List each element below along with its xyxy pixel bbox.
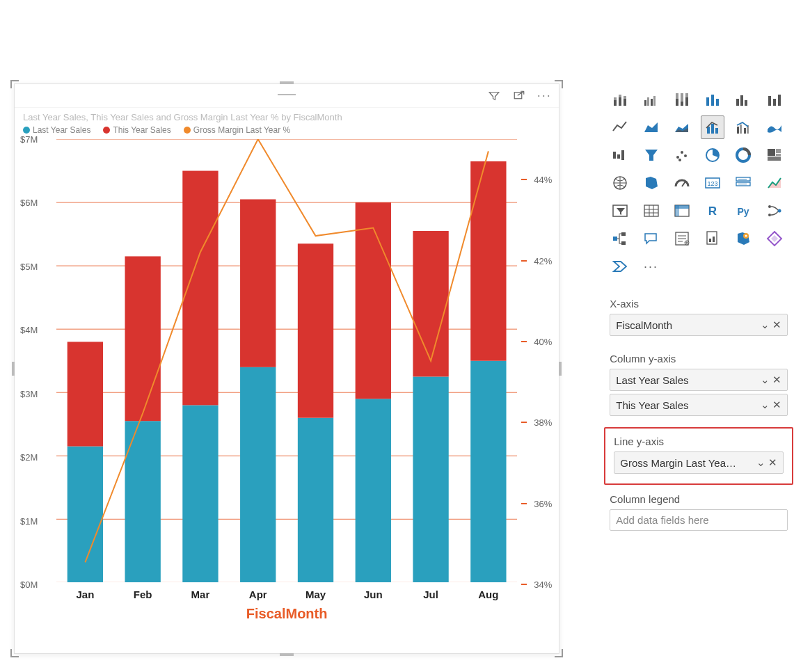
svg-rect-104	[713, 237, 715, 242]
pie-chart-icon[interactable]	[701, 143, 724, 167]
clustered-bar-chart-icon[interactable]	[640, 88, 663, 111]
svg-rect-24	[470, 161, 506, 361]
ribbon-chart-icon[interactable]	[763, 115, 786, 139]
resize-handle-left[interactable]	[12, 362, 15, 376]
filled-map-icon[interactable]	[640, 171, 663, 195]
x-axis-field[interactable]: FiscalMonth ⌄✕	[610, 314, 788, 336]
chevron-down-icon[interactable]: ⌄	[761, 319, 770, 331]
resize-handle-bottom[interactable]	[280, 653, 294, 656]
svg-rect-21	[413, 376, 448, 582]
svg-rect-58	[617, 154, 620, 159]
ellipsis[interactable]: ···	[640, 255, 663, 278]
y2-axis-tick: 44%	[534, 175, 552, 185]
svg-point-63	[678, 159, 681, 161]
svg-rect-13	[182, 405, 218, 582]
x-axis-category: May	[287, 589, 344, 600]
svg-rect-47	[768, 96, 771, 106]
svg-rect-92	[613, 237, 617, 241]
svg-rect-69	[768, 157, 781, 161]
legend-item-this-year[interactable]: This Year Sales	[103, 125, 170, 135]
arcgis-map-icon[interactable]	[731, 227, 755, 250]
column-chart-4-icon[interactable]	[763, 88, 786, 111]
line-chart-icon[interactable]	[608, 115, 632, 139]
qa-visual-icon[interactable]	[640, 227, 663, 250]
drag-grip-icon[interactable]	[278, 94, 296, 95]
100-stacked-bar-icon[interactable]	[670, 88, 694, 111]
x-axis-category: Feb	[114, 589, 172, 600]
column-legend-label: Column legend	[610, 493, 788, 505]
power-automate-icon[interactable]	[608, 255, 632, 278]
matrix-icon[interactable]	[670, 199, 694, 223]
remove-field-icon[interactable]: ✕	[772, 399, 781, 411]
r-visual-icon[interactable]: R	[701, 199, 724, 223]
column-chart-3-icon[interactable]	[731, 88, 755, 111]
power-apps-icon[interactable]	[763, 227, 786, 250]
svg-rect-16	[240, 199, 276, 367]
svg-rect-29	[624, 99, 626, 106]
key-influencers-icon[interactable]	[763, 199, 786, 223]
resize-handle-bl[interactable]	[10, 649, 19, 657]
stacked-area-chart-icon[interactable]	[670, 115, 694, 139]
scatter-chart-icon[interactable]	[670, 143, 694, 167]
decomposition-tree-icon[interactable]	[608, 227, 632, 250]
svg-rect-93	[621, 232, 626, 236]
chevron-down-icon[interactable]: ⌄	[761, 399, 770, 411]
column-y-field-1[interactable]: Last Year Sales ⌄✕	[610, 369, 788, 391]
card-icon[interactable]: 123	[701, 171, 724, 195]
svg-rect-52	[715, 128, 718, 134]
paginated-report-icon[interactable]	[701, 227, 724, 250]
table-icon[interactable]	[640, 199, 663, 223]
kpi-icon[interactable]	[763, 171, 786, 195]
chevron-down-icon[interactable]: ⌄	[761, 374, 770, 386]
line-stacked-column-icon[interactable]	[701, 115, 724, 139]
x-axis-category: Jan	[56, 589, 114, 600]
donut-chart-icon[interactable]	[731, 143, 755, 167]
plot-area[interactable]: $0M$1M$2M$3M$4M$5M$6M$7M 34%36%38%40%42%…	[56, 139, 517, 584]
svg-rect-43	[716, 99, 719, 106]
svg-rect-17	[298, 418, 333, 583]
python-visual-icon[interactable]: Py	[731, 199, 755, 223]
line-clustered-column-icon[interactable]	[731, 115, 755, 139]
slicer-icon[interactable]	[608, 199, 632, 223]
column-legend-field-empty[interactable]: Add data fields here	[610, 509, 788, 531]
treemap-icon[interactable]	[763, 143, 786, 167]
stacked-bar-chart-icon[interactable]	[608, 88, 632, 111]
focus-mode-icon[interactable]	[513, 90, 525, 102]
svg-rect-22	[413, 231, 448, 376]
chevron-down-icon[interactable]: ⌄	[756, 456, 765, 469]
more-options-icon[interactable]: ···	[538, 90, 550, 102]
line-y-field[interactable]: Gross Margin Last Yea… ⌄✕	[614, 451, 784, 474]
y2-axis-tick: 38%	[534, 417, 552, 428]
svg-rect-30	[624, 96, 626, 99]
svg-rect-54	[740, 125, 742, 134]
funnel-chart-icon[interactable]	[640, 143, 663, 167]
svg-rect-40	[685, 93, 688, 97]
visualizations-pane: 123RPy··· X-axis FiscalMonth ⌄✕ Column y…	[601, 83, 796, 654]
column-y-field-2[interactable]: This Year Sales ⌄✕	[610, 394, 788, 416]
multi-row-card-icon[interactable]	[731, 171, 755, 195]
legend-item-gross-margin[interactable]: Gross Margin Last Year %	[184, 125, 290, 135]
smart-narrative-icon[interactable]	[670, 227, 694, 250]
area-chart-icon[interactable]	[640, 115, 663, 139]
gauge-icon[interactable]	[670, 171, 694, 195]
remove-field-icon[interactable]: ✕	[772, 374, 781, 386]
x-axis-categories: JanFebMarAprMayJunJulAug	[56, 589, 517, 600]
svg-rect-51	[711, 124, 714, 134]
svg-rect-41	[706, 97, 709, 106]
svg-rect-38	[681, 93, 683, 102]
remove-field-icon[interactable]: ✕	[768, 456, 777, 469]
waterfall-chart-icon[interactable]	[608, 143, 632, 167]
svg-rect-45	[740, 95, 743, 106]
remove-field-icon[interactable]: ✕	[772, 319, 781, 331]
svg-rect-66	[768, 149, 775, 156]
y-axis-tick: $5M	[20, 261, 38, 271]
resize-handle-br[interactable]	[555, 649, 563, 657]
filter-icon[interactable]	[488, 90, 500, 102]
stacked-column-2-icon[interactable]	[701, 88, 724, 111]
y2-axis-tick: 40%	[534, 336, 552, 346]
map-icon[interactable]	[608, 171, 632, 195]
y-axis-tick: $0M	[20, 579, 38, 590]
chart-visual[interactable]: ··· Last Year Sales, This Year Sales and…	[14, 83, 559, 654]
resize-handle-right[interactable]	[559, 362, 562, 376]
x-axis-category: Apr	[229, 589, 287, 600]
